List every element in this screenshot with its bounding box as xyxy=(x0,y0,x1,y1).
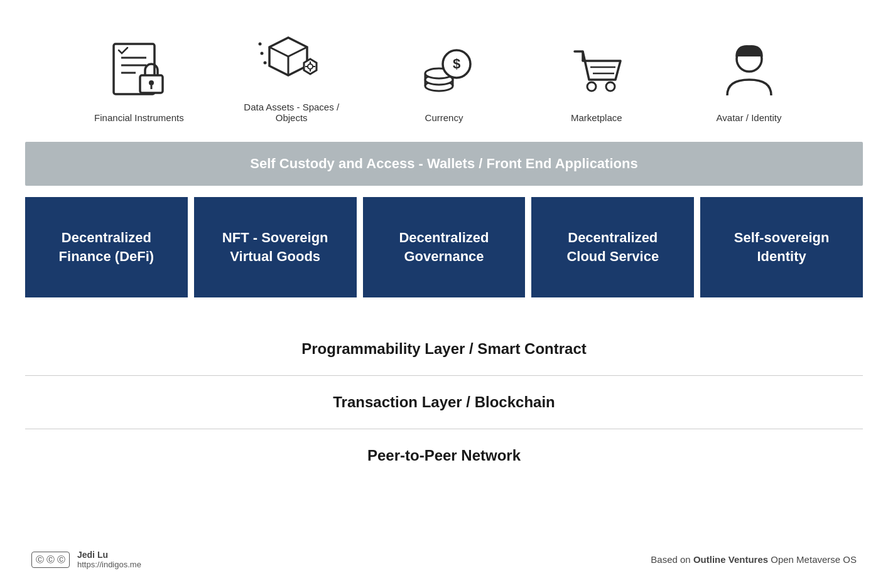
svg-point-29 xyxy=(606,82,615,91)
icon-item-marketplace: Marketplace xyxy=(534,36,659,123)
card-cloud: Decentralized Cloud Service xyxy=(531,197,694,297)
icons-row: Financial Instruments xyxy=(25,13,863,129)
card-governance: Decentralized Governance xyxy=(363,197,526,297)
marketplace-label: Marketplace xyxy=(571,112,622,123)
by-icon: Ⓒ xyxy=(46,554,55,565)
cards-row: Decentralized Finance (DeFi) NFT - Sover… xyxy=(25,197,863,297)
nc-icon: Ⓒ xyxy=(57,554,65,565)
based-on-suffix: Open Metaverse OS xyxy=(768,554,857,565)
icon-item-financial: Financial Instruments xyxy=(76,36,202,123)
icon-item-avatar: Avatar / Identity xyxy=(686,36,812,123)
avatar-icon xyxy=(715,36,784,105)
card-defi: Decentralized Finance (DeFi) xyxy=(25,197,188,297)
footer: Ⓒ Ⓒ Ⓒ Jedi Lu https://indigos.me Based o… xyxy=(25,537,863,575)
currency-icon: $ xyxy=(409,36,479,105)
marketplace-icon xyxy=(562,36,631,105)
icon-item-data-assets: Data Assets - Spaces / Objects xyxy=(229,25,354,123)
svg-point-11 xyxy=(264,61,267,65)
layer-programmability: Programmability Layer / Smart Contract xyxy=(25,323,863,376)
icon-item-currency: $ Currency xyxy=(381,36,507,123)
footer-left: Ⓒ Ⓒ Ⓒ Jedi Lu https://indigos.me xyxy=(31,550,141,569)
data-assets-icon xyxy=(257,25,326,94)
based-on-brand: Outline Ventures xyxy=(693,554,768,565)
financial-label: Financial Instruments xyxy=(94,112,184,123)
footer-right: Based on Outline Ventures Open Metaverse… xyxy=(651,554,857,565)
card-identity: Self-sovereign Identity xyxy=(700,197,863,297)
data-assets-label: Data Assets - Spaces / Objects xyxy=(229,102,354,123)
footer-author: Jedi Lu https://indigos.me xyxy=(77,550,141,569)
author-url: https://indigos.me xyxy=(77,560,141,569)
svg-point-10 xyxy=(261,52,264,55)
based-on-prefix: Based on xyxy=(651,554,693,565)
layer-p2p: Peer-to-Peer Network xyxy=(25,429,863,482)
svg-point-28 xyxy=(587,82,596,91)
cc-icon: Ⓒ xyxy=(36,554,44,565)
svg-point-5 xyxy=(149,80,154,85)
avatar-label: Avatar / Identity xyxy=(717,112,782,123)
card-nft: NFT - Sovereign Virtual Goods xyxy=(194,197,357,297)
layer-transaction: Transaction Layer / Blockchain xyxy=(25,376,863,429)
svg-point-12 xyxy=(259,43,262,46)
financial-icon xyxy=(104,36,173,105)
layers-section: Programmability Layer / Smart Contract T… xyxy=(25,323,863,482)
cc-license-badge: Ⓒ Ⓒ Ⓒ xyxy=(31,552,70,568)
svg-text:$: $ xyxy=(453,56,460,72)
author-name: Jedi Lu xyxy=(77,550,141,560)
custody-banner: Self Custody and Access - Wallets / Fron… xyxy=(25,142,863,186)
currency-label: Currency xyxy=(425,112,463,123)
